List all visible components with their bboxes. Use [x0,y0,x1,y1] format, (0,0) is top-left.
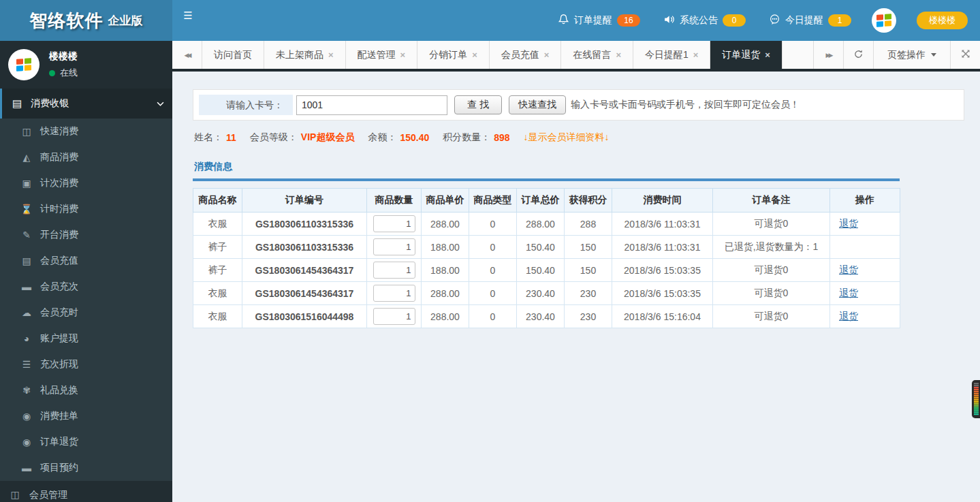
notification-item[interactable]: 系统公告0 [663,14,746,27]
tab-operations-button[interactable]: 页签操作 [873,41,950,69]
consume-time-cell: 2018/3/6 11:03:31 [612,213,713,236]
quick-find-button[interactable]: 快速查找 [509,95,566,114]
sidebar-item[interactable]: ◉消费挂单 [0,403,172,429]
sidebar-item-label: 礼品兑换 [40,384,78,396]
tab-close-icon[interactable]: × [616,50,621,60]
sidebar-item[interactable]: ◕账户提现 [0,326,172,351]
sidebar-item[interactable]: ▬项目预约 [0,455,172,481]
consume-time-cell: 2018/3/6 15:03:35 [612,282,713,305]
sidebar-section-cashier[interactable]: ▤ 消费收银 [0,89,172,119]
notification-item[interactable]: 今日提醒1 [769,14,851,27]
tab-item[interactable]: 今日提醒1× [633,41,710,69]
member-info-row: 姓名： 11 会员等级： VIP超级会员 余额： 150.40 积分数量： 89… [194,131,964,144]
notification-label: 系统公告 [680,14,718,27]
orders-table: 商品名称订单编号商品数量商品单价商品类型订单总价获得积分消费时间订单备注操作 衣… [193,188,900,328]
sidebar-item[interactable]: ▬会员充次 [0,274,172,300]
order-remark-cell: 可退货0 [713,259,830,282]
action-cell: 退货 [830,259,900,282]
tab-close-icon[interactable]: × [328,50,334,60]
sidebar-user-panel: 楼楼楼 在线 [0,41,172,89]
sidebar-section-members[interactable]: ◫ 会员管理 [0,481,172,501]
points-earned-cell: 230 [565,305,612,328]
member-name-label: 姓名： [194,131,223,144]
notification-label: 今日提醒 [785,14,823,27]
column-header: 消费时间 [612,189,713,213]
tab-close-icon[interactable]: × [400,50,406,60]
sidebar-item-label: 账户提现 [40,332,78,345]
search-hint-text: 输入卡号或卡面号码或手机号，按回车即可定位会员！ [571,99,800,111]
sidebar-item[interactable]: ☁会员充时 [0,300,172,326]
tab-item[interactable]: 会员充值× [490,41,562,69]
tab-list: 访问首页未上架商品×配送管理×分销订单×会员充值×在线留言×今日提醒1×订单退货… [202,41,783,69]
fullscreen-button[interactable] [950,41,980,69]
column-header: 订单备注 [713,189,830,213]
tab-bar: ◀◀ 访问首页未上架商品×配送管理×分销订单×会员充值×在线留言×今日提醒1×订… [172,41,980,72]
user-avatar[interactable] [872,8,896,33]
edit-icon: ✎ [20,230,33,240]
table-row: 衣服GS1803061516044498288.000230.402302018… [193,305,900,328]
table-row: 衣服GS1803061103315336288.000288.002882018… [193,213,900,236]
show-member-details-link[interactable]: ↓显示会员详细资料↓ [524,131,610,144]
order-number-cell: GS1803061454364317 [242,259,367,282]
tab-item[interactable]: 配送管理× [346,41,418,69]
unit-price-cell: 288.00 [422,305,469,328]
return-goods-link[interactable]: 退货 [839,287,858,298]
notification-item[interactable]: 订单提醒16 [558,14,640,27]
tab-close-icon[interactable]: × [693,50,699,60]
quantity-input[interactable] [373,262,415,279]
tab-item[interactable]: 访问首页 [202,41,264,69]
product-type-cell: 0 [469,305,517,328]
points-earned-cell: 230 [565,282,612,305]
tab-close-icon[interactable]: × [544,50,550,60]
refresh-tab-button[interactable] [843,41,873,69]
member-points-value: 898 [494,132,509,143]
sidebar-item[interactable]: ✎开台消费 [0,222,172,248]
return-goods-link[interactable]: 退货 [839,218,858,229]
windows-logo-icon [16,58,31,72]
quantity-input[interactable] [373,308,415,325]
tab-close-icon[interactable]: × [765,50,770,60]
tab-item[interactable]: 未上架商品× [264,41,346,69]
sidebar-toggle-button[interactable]: ☰ [172,0,204,41]
sidebar-item[interactable]: ▤会员充值 [0,248,172,274]
tab-item[interactable]: 分销订单× [417,41,490,69]
theme-picker-widget[interactable] [972,380,980,418]
chevron-down-icon [157,100,164,108]
app-logo[interactable]: 智络软件 企业版 [0,0,172,41]
sidebar-item[interactable]: ◭商品消费 [0,144,172,170]
tabs-scroll-right-button[interactable]: ▶▶ [813,41,843,69]
sidebar-item[interactable]: ◉订单退货 [0,429,172,455]
return-goods-link[interactable]: 退货 [839,264,858,275]
tab-item[interactable]: 在线留言× [561,41,633,69]
quantity-input[interactable] [373,238,415,255]
eye-icon: ◉ [20,411,33,422]
sidebar-item[interactable]: ☰充次折现 [0,351,172,377]
tab-item-active[interactable]: 订单退货× [710,41,783,69]
return-goods-link[interactable]: 退货 [839,311,858,321]
card-number-input[interactable] [296,95,447,115]
member-name-value: 11 [226,132,236,143]
points-earned-cell: 288 [565,213,612,236]
sidebar-item[interactable]: ⌛计时消费 [0,196,172,222]
sidebar-item[interactable]: ◫快速消费 [0,119,172,144]
quantity-cell [367,282,422,305]
order-remark-cell: 可退货0 [713,282,830,305]
edition-label: 企业版 [108,13,143,29]
sidebar-item[interactable]: ✾礼品兑换 [0,377,172,403]
sidebar-avatar[interactable] [8,49,39,80]
username-button[interactable]: 楼楼楼 [917,12,968,29]
binoculars-icon: ◭ [20,152,33,163]
order-total-cell: 230.40 [517,282,565,305]
tabs-scroll-left-button[interactable]: ◀◀ [172,41,202,69]
unit-price-cell: 188.00 [422,259,469,282]
find-button[interactable]: 查 找 [454,95,502,114]
sidebar-item-label: 会员充次 [40,281,78,293]
quantity-input[interactable] [373,285,415,302]
sidebar-item[interactable]: ▣计次消费 [0,170,172,196]
quantity-input[interactable] [373,215,415,232]
table-body: 衣服GS1803061103315336288.000288.002882018… [193,213,900,328]
credit-card-icon: ▬ [20,281,33,292]
sidebar-username: 楼楼楼 [49,50,78,63]
list-icon: ☰ [20,359,33,370]
tab-close-icon[interactable]: × [472,50,477,60]
